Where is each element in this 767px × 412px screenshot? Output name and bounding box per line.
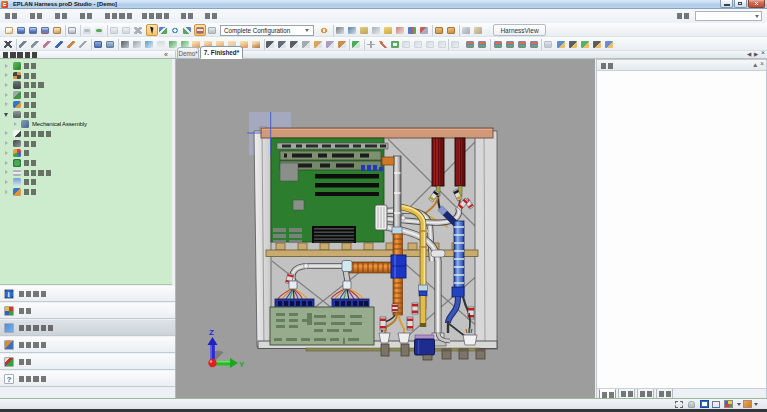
svg-text:Y: Y xyxy=(239,360,245,369)
svg-text:Z: Z xyxy=(209,328,214,337)
